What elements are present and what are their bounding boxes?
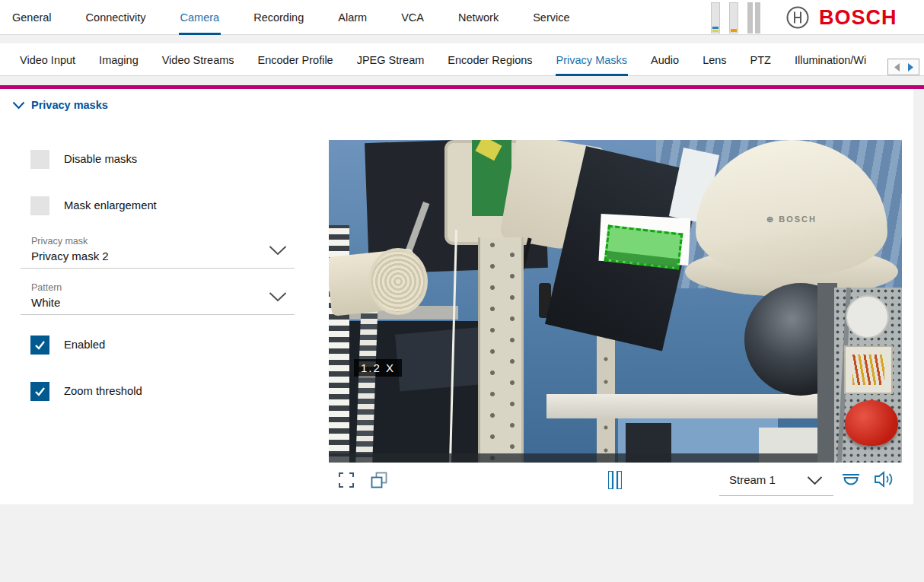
disable-masks-checkbox[interactable]: [30, 150, 49, 169]
enabled-label: Enabled: [64, 339, 105, 351]
encoder-load-gauge: [711, 2, 720, 33]
subtab-ptz-label: PTZ: [750, 54, 771, 66]
tab-network-label: Network: [458, 11, 499, 24]
bosch-logo-icon: [785, 5, 810, 30]
scene-rack-post-center: [478, 237, 524, 463]
tab-connectivity[interactable]: Connectivity: [84, 0, 148, 35]
subtab-encoder-regions-label: Encoder Regions: [448, 54, 532, 66]
tab-recording[interactable]: Recording: [252, 0, 305, 35]
load-gauges: [711, 2, 763, 33]
subtab-jpeg-stream[interactable]: JPEG Stream: [356, 43, 425, 76]
gauge-orange-segment: [731, 29, 737, 32]
dome-logo-icon: ⊕: [766, 215, 775, 224]
zoom-threshold-label: Zoom threshold: [64, 385, 142, 397]
bosch-logo-text: BOSCH: [819, 6, 897, 30]
tab-camera-label: Camera: [180, 11, 220, 24]
subtab-lens[interactable]: Lens: [702, 43, 727, 76]
subtab-illumination[interactable]: Illumination/Wi: [794, 43, 867, 76]
gauge-yellow-segment: [712, 30, 718, 32]
gauge-bar-3: [747, 2, 753, 33]
stream-chevron-down-icon[interactable]: [807, 476, 823, 485]
storage-load-gauge: [729, 2, 738, 33]
tab-recording-label: Recording: [253, 11, 304, 24]
top-bar: General Connectivity Camera Recording Al…: [0, 0, 924, 35]
pattern-select-label: Pattern: [31, 282, 62, 293]
speaker-icon[interactable]: [873, 469, 894, 489]
pause-icon[interactable]: [608, 471, 622, 489]
privacy-masks-section-header[interactable]: Privacy masks: [12, 99, 108, 111]
scene-red-alarm-bell: [845, 400, 898, 446]
subtab-video-streams[interactable]: Video Streams: [161, 43, 235, 76]
collapse-chevron-icon: [12, 101, 25, 110]
scene-spotlight-face: [368, 248, 428, 315]
scene-smoke-detector: [846, 295, 889, 339]
main-nav: General Connectivity Camera Recording Al…: [11, 0, 572, 35]
tab-connectivity-label: Connectivity: [86, 11, 146, 24]
subtab-video-streams-label: Video Streams: [162, 54, 234, 66]
subtab-lens-label: Lens: [703, 54, 726, 66]
disable-masks-label: Disable masks: [64, 153, 137, 165]
checkmark-icon: [34, 386, 46, 396]
scene-floor-shadow: [329, 453, 902, 463]
scene-junction-wires: [852, 355, 884, 385]
tab-general-label: General: [12, 11, 52, 24]
subtab-privacy-masks-label: Privacy Masks: [556, 54, 627, 66]
chevron-down-icon: [269, 246, 287, 256]
privacy-mask-select[interactable]: Privacy mask Privacy mask 2: [21, 233, 295, 269]
bosch-logo: BOSCH: [785, 5, 897, 30]
subtab-jpeg-stream-label: JPEG Stream: [357, 54, 425, 66]
stream-select[interactable]: Stream 1: [729, 473, 776, 486]
section-title: Privacy masks: [31, 99, 108, 111]
subtab-video-input-label: Video Input: [20, 54, 75, 66]
mask-enlargement-checkbox[interactable]: [30, 196, 49, 215]
scroll-left-icon[interactable]: [894, 62, 900, 72]
zoom-level-osd: 1.2 X: [354, 359, 402, 377]
subtab-encoder-profile-label: Encoder Profile: [258, 54, 333, 66]
tab-vca-label: VCA: [401, 11, 424, 24]
subtab-ptz[interactable]: PTZ: [750, 43, 772, 76]
subtab-audio[interactable]: Audio: [650, 43, 680, 76]
subtab-imaging[interactable]: Imaging: [98, 43, 139, 76]
subtab-privacy-masks[interactable]: Privacy Masks: [556, 43, 628, 76]
subtab-video-input[interactable]: Video Input: [19, 43, 76, 76]
tab-alarm[interactable]: Alarm: [336, 0, 368, 35]
subnav-scroll-control: [887, 59, 919, 75]
chevron-down-icon: [269, 292, 287, 302]
tab-vca[interactable]: VCA: [400, 0, 425, 35]
tab-service[interactable]: Service: [531, 0, 571, 35]
privacy-mask-select-value: Privacy mask 2: [31, 250, 109, 262]
privacy-mask-select-label: Privacy mask: [31, 236, 88, 246]
dome-camera-brand: ⊕ BOSCH: [696, 215, 887, 224]
gauge-bar-4: [755, 2, 760, 33]
checkmark-icon: [34, 340, 46, 350]
subtab-encoder-regions[interactable]: Encoder Regions: [447, 43, 533, 76]
video-preview[interactable]: ⊕ BOSCH 1.2 X: [329, 140, 902, 463]
tab-alarm-label: Alarm: [338, 11, 367, 24]
tab-network[interactable]: Network: [457, 0, 500, 35]
pattern-select-value: White: [31, 296, 60, 309]
tab-general[interactable]: General: [11, 0, 53, 35]
enabled-checkbox[interactable]: [30, 336, 49, 355]
subtab-encoder-profile[interactable]: Encoder Profile: [257, 43, 334, 76]
camera-sub-nav-bar: Video Input Imaging Video Streams Encode…: [0, 43, 924, 76]
stream-select-underline: [719, 495, 833, 496]
tab-service-label: Service: [533, 11, 569, 24]
mask-enlargement-label: Mask enlargement: [64, 199, 157, 211]
camera-sub-nav: Video Input Imaging Video Streams Encode…: [19, 43, 867, 76]
gauge-blue-segment: [712, 27, 718, 29]
subtab-imaging-label: Imaging: [99, 54, 139, 66]
fullscreen-icon[interactable]: [338, 472, 355, 488]
dome-camera-icon[interactable]: [840, 472, 862, 488]
snapshot-icon[interactable]: [370, 471, 388, 489]
zoom-threshold-checkbox[interactable]: [30, 382, 49, 401]
dome-brand-text: BOSCH: [779, 215, 817, 224]
tab-camera[interactable]: Camera: [179, 0, 221, 35]
subtab-illumination-label: Illumination/Wi: [795, 54, 866, 66]
pattern-select[interactable]: Pattern White: [21, 279, 295, 315]
scroll-right-icon[interactable]: [907, 62, 914, 72]
subtab-audio-label: Audio: [651, 54, 679, 66]
camera-settings-page: General Connectivity Camera Recording Al…: [0, 0, 924, 582]
